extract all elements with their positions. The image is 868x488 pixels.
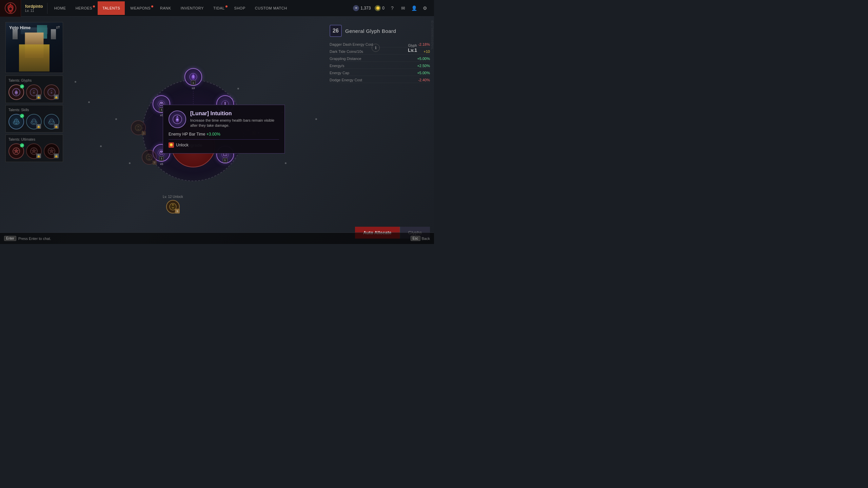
glyph-tooltip: [Lunar] Intuition Increase the time enem…: [163, 105, 285, 154]
svg-point-1: [9, 7, 12, 11]
stat-row-4: Energy Cap +5.00%: [330, 70, 430, 76]
hero-swap-button[interactable]: ⇄: [56, 24, 60, 30]
tooltip-stat: Enemy HP Bar Time +3.00%: [169, 132, 279, 137]
glyph-outer-left[interactable]: 5: [131, 120, 146, 135]
svg-point-3: [15, 91, 18, 94]
glyph-circle-top[interactable]: 1: [184, 68, 202, 86]
friends-icon[interactable]: 👤: [410, 4, 418, 12]
nav-username: fordpinto: [25, 4, 43, 9]
currency-1-value: 1,373: [360, 6, 371, 11]
glyph-bot-left-num: 1: [159, 156, 164, 161]
talent-skill-2[interactable]: 🔒: [44, 114, 59, 129]
right-panel: 26 General Glyph Board Dagger Dash Energ…: [326, 21, 434, 87]
nav-inventory[interactable]: INVENTORY: [177, 4, 208, 12]
talent-glyph-1-lock: 🔒: [36, 95, 41, 99]
talent-ultimates-section: Talents: Ultimates ✓ 🔒 🔒: [5, 135, 63, 162]
talent-glyph-0[interactable]: ✓: [8, 84, 24, 100]
talent-glyph-2-lock: 🔒: [54, 95, 59, 99]
talent-ult-1[interactable]: 🔒: [26, 143, 42, 159]
talent-skill-0[interactable]: ✓: [8, 114, 24, 129]
glyph-top-label: x4: [192, 86, 195, 90]
board-stats: Dagger Dash Energy Cost -2.18% Dark Tide…: [330, 42, 430, 83]
tooltip-stat-value: +3.00%: [206, 132, 220, 137]
talent-skills-title: Talents: Skills: [8, 108, 60, 112]
glyph-outer-bot-left[interactable]: 5: [142, 150, 157, 165]
left-panel: Yoto Hime ⇄ Talents: Glyphs ✓ 🔒 🔒: [5, 22, 63, 164]
stat-2-value: +5.00%: [417, 57, 430, 61]
weapons-dot: [151, 5, 153, 7]
talent-skills-section: Talents: Skills ✓ 🔒 🔒: [5, 105, 63, 133]
glyph-bot-left-label: x6: [160, 162, 163, 166]
stat-3-name: Energy/s: [330, 64, 344, 68]
board-level-badge: 26: [330, 25, 342, 37]
currency-2: 🪙 0: [375, 5, 384, 11]
tooltip-header: [Lunar] Intuition Increase the time enem…: [169, 110, 279, 128]
stat-row-1: Dark Tide Coins/10s +10: [330, 49, 430, 55]
svg-point-28: [224, 103, 226, 105]
tooltip-description: Increase the time enemy health bars rema…: [190, 118, 279, 128]
talent-glyph-2[interactable]: 🔒: [44, 84, 59, 100]
tooltip-unlock-button[interactable]: 🪙 Unlock: [169, 142, 279, 148]
nav-talents[interactable]: TALENTS: [98, 1, 125, 15]
talent-skills-icons: ✓ 🔒 🔒: [8, 114, 60, 129]
esc-key: Esc: [411, 236, 420, 241]
nav-custom-match[interactable]: CUSTOM MATCH: [251, 4, 291, 12]
talent-glyph-1[interactable]: 🔒: [26, 84, 42, 100]
hero-name: Yoto Hime: [9, 25, 31, 30]
nav-rank[interactable]: RANK: [156, 4, 175, 12]
glyph-top-num: 1: [191, 80, 196, 85]
nav-menu: HOME HEROES TALENTS WEAPONS RANK INVENTO…: [47, 1, 348, 15]
talent-ult-2[interactable]: 🔒: [44, 143, 59, 159]
glyph-node-outer-left[interactable]: 5: [131, 120, 146, 135]
tidal-dot: [225, 5, 228, 7]
enter-key: Enter: [4, 236, 16, 241]
lv-unlock-node: Lv. 12 Unlock 5: [163, 195, 183, 214]
nav-shop[interactable]: SHOP: [230, 4, 250, 12]
nav-tidal[interactable]: TIDAL: [209, 4, 229, 12]
talent-ult-0[interactable]: ✓: [8, 143, 24, 159]
nav-home[interactable]: HOME: [50, 4, 70, 12]
talent-skill-0-check: ✓: [20, 114, 24, 118]
help-icon[interactable]: ?: [389, 4, 396, 12]
svg-point-43: [176, 119, 178, 121]
svg-point-22: [192, 75, 194, 78]
settings-icon[interactable]: ⚙: [421, 4, 429, 12]
talent-glyphs-section: Talents: Glyphs ✓ 🔒 🔒: [5, 76, 63, 103]
stat-1-name: Dark Tide Coins/10s: [330, 49, 363, 54]
tooltip-unlock-label: Unlock: [176, 143, 189, 147]
lv-unlock-node-num: 5: [175, 209, 180, 214]
glyph-node-outer-bot-left[interactable]: 5: [142, 150, 157, 165]
talent-ult-1-lock: 🔒: [36, 154, 41, 158]
nav-logo: [0, 0, 21, 17]
stat-row-0: Dagger Dash Energy Cost -2.18%: [330, 42, 430, 47]
id-watermark: ID:17340090164|NAL: [431, 20, 434, 49]
nav-user: fordpinto Lv. 11: [21, 3, 47, 14]
stat-4-name: Energy Cap: [330, 71, 349, 75]
chat-enter: Enter Press Enter to chat.: [4, 236, 51, 241]
currency-2-icon: 🪙: [375, 5, 381, 11]
stat-0-name: Dagger Dash Energy Cost: [330, 42, 373, 46]
nav-weapons[interactable]: WEAPONS: [126, 4, 155, 12]
talent-skill-2-lock: 🔒: [54, 124, 59, 129]
nav-heroes[interactable]: HEROES: [72, 4, 96, 12]
mail-icon[interactable]: ✉: [399, 4, 407, 12]
main-area: Yoto Hime ⇄ Talents: Glyphs ✓ 🔒 🔒: [0, 17, 434, 244]
nav-icon-group: ? ✉ 👤 ⚙: [389, 4, 429, 12]
talent-glyph-0-check: ✓: [20, 84, 24, 88]
stat-3-value: +2.50%: [417, 64, 430, 68]
outer-bot-left-num: 5: [153, 161, 157, 165]
stat-0-value: -2.18%: [418, 42, 430, 46]
talent-glyphs-icons: ✓ 🔒 🔒: [8, 84, 60, 100]
stat-5-value: -2.40%: [418, 78, 430, 82]
nav-right: 👁 1,373 🪙 0 ? ✉ 👤 ⚙: [348, 4, 434, 12]
talent-skill-1-lock: 🔒: [36, 124, 41, 129]
talent-skill-1[interactable]: 🔒: [26, 114, 42, 129]
glyph-node-top[interactable]: 1 x4: [184, 68, 202, 90]
hero-card-bg: Yoto Hime ⇄: [6, 22, 63, 73]
tooltip-text-block: [Lunar] Intuition Increase the time enem…: [190, 110, 279, 128]
back-button[interactable]: Esc Back: [411, 236, 430, 241]
stat-row-5: Dodge Energy Cost -2.40%: [330, 77, 430, 83]
stat-row-2: Grappling Distance +5.00%: [330, 56, 430, 62]
talent-ultimates-title: Talents: Ultimates: [8, 138, 60, 141]
lv-unlock-circle[interactable]: 5: [166, 200, 180, 214]
